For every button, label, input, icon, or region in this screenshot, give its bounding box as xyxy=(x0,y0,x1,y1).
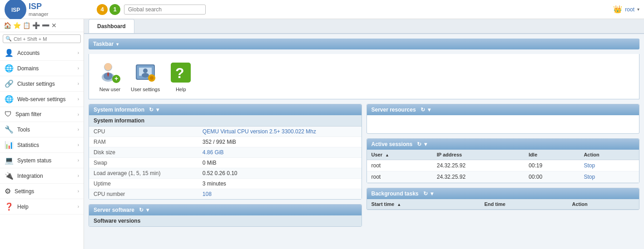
sidebar-search-icon: 🔍 xyxy=(5,36,12,42)
logo-manager: manager xyxy=(29,11,48,17)
svg-rect-18 xyxy=(148,78,150,78)
svg-point-5 xyxy=(104,63,112,70)
server-software-title: Server software xyxy=(94,207,134,213)
svg-point-13 xyxy=(142,73,149,78)
accounts-arrow: › xyxy=(78,50,79,55)
sidebar-item-webserver[interactable]: 🌐 Web-server settings › xyxy=(0,92,84,107)
table-row: root 24.32.25.92 00:00 Stop xyxy=(367,171,639,183)
sidebar-copy-icon[interactable]: 📋 xyxy=(23,22,30,29)
system-info-refresh-icon[interactable]: ↻ xyxy=(149,107,154,113)
help-label: Help xyxy=(176,87,186,92)
server-software-dropdown-icon[interactable]: ▾ xyxy=(146,207,149,213)
sidebar-label-spam: Spam filter xyxy=(15,111,41,117)
table-row: RAM 352 / 992 MiB xyxy=(89,137,362,147)
alert-orange-icon[interactable]: 4 xyxy=(97,4,108,15)
sidebar: 🏠 ⭐ 📋 ➕ ➖ ✕ 🔍 👤 Accounts › 🌐 Domains › 🔗… xyxy=(0,19,84,249)
uptime-value: 3 minutes xyxy=(198,179,362,189)
stop-link-1[interactable]: Stop xyxy=(584,162,595,169)
system-info-title: System information xyxy=(94,107,144,113)
sidebar-item-system-status[interactable]: 💻 System status › xyxy=(0,153,84,168)
server-software-refresh-icon[interactable]: ↻ xyxy=(139,207,144,213)
dashboard: Taskbar ▾ xyxy=(84,34,644,236)
background-tasks-refresh-icon[interactable]: ↻ xyxy=(423,190,428,197)
help-button[interactable]: ? Help xyxy=(169,61,193,92)
system-status-icon: 💻 xyxy=(5,156,14,165)
sidebar-add-icon[interactable]: ➕ xyxy=(32,22,40,29)
col-ip: IP address xyxy=(432,150,524,160)
session-user-1: root xyxy=(367,160,432,171)
new-user-button[interactable]: + New user xyxy=(98,61,122,92)
table-row: Load average (1, 5, 15 min) 0.52 0.26 0.… xyxy=(89,168,362,179)
sidebar-item-accounts[interactable]: 👤 Accounts › xyxy=(0,45,84,61)
webserver-icon: 🌐 xyxy=(5,95,14,103)
taskbar-dropdown-icon[interactable]: ▾ xyxy=(116,42,119,47)
alert-green-icon[interactable]: 1 xyxy=(109,4,120,15)
global-search-input[interactable] xyxy=(124,5,206,15)
sidebar-item-domains[interactable]: 🌐 Domains › xyxy=(0,61,84,76)
sidebar-item-help[interactable]: ❓ Help › xyxy=(0,199,84,215)
uptime-label: Uptime xyxy=(89,179,198,189)
sidebar-label-tools: Tools xyxy=(17,127,30,133)
user-settings-button[interactable]: User settings xyxy=(131,61,160,92)
sidebar-minus-icon[interactable]: ➖ xyxy=(42,22,50,29)
session-action-1: Stop xyxy=(579,160,639,171)
col-start-time[interactable]: Start time ▲ xyxy=(367,199,480,210)
logo-icon: ISP xyxy=(5,0,26,20)
sidebar-item-settings[interactable]: ⚙ Settings › xyxy=(0,184,84,199)
active-sessions-dropdown-icon[interactable]: ▾ xyxy=(424,141,427,147)
main-layout: 🏠 ⭐ 📋 ➕ ➖ ✕ 🔍 👤 Accounts › 🌐 Domains › 🔗… xyxy=(0,19,644,249)
left-column: System information ↻ ▾ System informatio… xyxy=(89,104,362,231)
sidebar-item-cluster[interactable]: 🔗 Cluster settings › xyxy=(0,76,84,92)
disk-link[interactable]: 4.86 GiB xyxy=(203,149,224,156)
sidebar-more-icon[interactable]: ✕ xyxy=(51,22,57,29)
logo-area: ISP ISP manager xyxy=(5,0,89,20)
sidebar-item-integration[interactable]: 🔌 Integration › xyxy=(0,168,84,184)
active-sessions-refresh-icon[interactable]: ↻ xyxy=(417,141,421,147)
logo-isp: ISP xyxy=(29,2,42,11)
sidebar-home-icon[interactable]: 🏠 xyxy=(4,22,11,29)
col-action: Action xyxy=(579,150,639,160)
tab-dashboard[interactable]: Dashboard xyxy=(89,19,134,33)
settings-arrow: › xyxy=(78,189,79,194)
sidebar-star-icon[interactable]: ⭐ xyxy=(13,22,21,29)
help-arrow: › xyxy=(78,204,79,209)
two-col-layout: System information ↻ ▾ System informatio… xyxy=(89,104,639,231)
cpunum-link[interactable]: 108 xyxy=(203,191,212,197)
cluster-icon: 🔗 xyxy=(5,79,14,88)
right-column: Server resources ↻ ▾ Active sessions ↻ ▾ xyxy=(367,104,640,231)
session-ip-2: 24.32.25.92 xyxy=(432,171,524,183)
session-idle-2: 00:00 xyxy=(524,171,579,183)
system-info-dropdown-icon[interactable]: ▾ xyxy=(156,107,159,113)
load-label: Load average (1, 5, 15 min) xyxy=(89,168,198,179)
sidebar-search-input[interactable] xyxy=(14,36,78,42)
sidebar-item-statistics[interactable]: 📊 Statistics › xyxy=(0,137,84,153)
user-dropdown-arrow[interactable]: ▾ xyxy=(637,7,639,12)
sidebar-label-statistics: Statistics xyxy=(17,142,39,148)
webserver-arrow: › xyxy=(78,97,79,102)
background-tasks-dropdown-icon[interactable]: ▾ xyxy=(431,190,433,197)
svg-rect-16 xyxy=(151,74,152,76)
taskbar-section-header: Taskbar ▾ xyxy=(89,39,639,49)
server-resources-title: Server resources xyxy=(372,107,416,113)
sidebar-item-tools[interactable]: 🔧 Tools › xyxy=(0,122,84,137)
session-user-2: root xyxy=(367,171,432,183)
table-row: Swap 0 MiB xyxy=(89,158,362,168)
svg-rect-17 xyxy=(151,80,152,82)
sidebar-label-integration: Integration xyxy=(17,173,43,179)
domains-arrow: › xyxy=(78,66,79,71)
col-end-time: End time xyxy=(480,199,567,210)
server-resources-dropdown-icon[interactable]: ▾ xyxy=(428,107,431,113)
help-taskbar-icon: ? xyxy=(169,61,193,84)
table-row: CPU number 108 xyxy=(89,189,362,200)
svg-rect-19 xyxy=(154,78,155,78)
background-tasks-header: Background tasks ↻ ▾ xyxy=(367,188,639,199)
sidebar-item-spam[interactable]: 🛡 Spam filter › xyxy=(0,107,84,122)
session-action-2: Stop xyxy=(579,171,639,183)
active-sessions-header: Active sessions ↻ ▾ xyxy=(367,139,639,150)
user-name-label[interactable]: root xyxy=(625,6,634,13)
stop-link-2[interactable]: Stop xyxy=(584,174,595,180)
server-resources-refresh-icon[interactable]: ↻ xyxy=(421,107,425,113)
session-idle-1: 00:19 xyxy=(524,160,579,171)
cpu-link[interactable]: QEMU Virtual CPU version 2.5+ 3300.022 M… xyxy=(203,128,316,135)
col-user[interactable]: User ▲ xyxy=(367,150,432,160)
